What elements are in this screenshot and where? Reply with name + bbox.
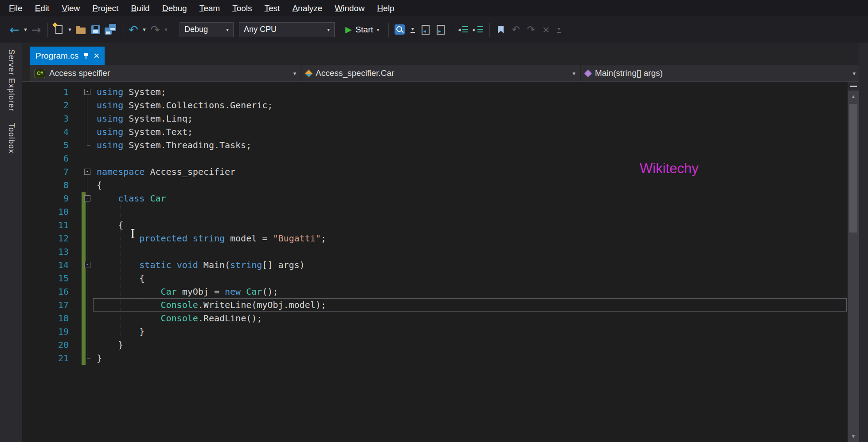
code-text: namespace Access_specifier <box>93 165 235 178</box>
fold-collapse-icon[interactable]: - <box>84 169 90 175</box>
undo-dropdown[interactable]: ▾ <box>141 21 148 38</box>
save-all-button[interactable] <box>103 21 118 38</box>
play-icon: ▶ <box>345 24 352 35</box>
code-line-11[interactable]: 11 { <box>22 218 848 232</box>
solution-configuration-combobox[interactable]: Debug ▾ <box>180 22 234 37</box>
line-number: 11 <box>22 218 69 232</box>
navigate-forward-button[interactable]: → <box>29 21 44 38</box>
code-line-18[interactable]: 18 Console.ReadLine(); <box>22 312 848 325</box>
code-line-19[interactable]: 19 } <box>22 325 848 338</box>
menu-item-analyze[interactable]: Analyze <box>286 0 328 16</box>
code-line-4[interactable]: 4using System.Text; <box>22 125 848 138</box>
increase-indent-button[interactable]: ▸ <box>471 21 486 38</box>
code-line-14[interactable]: 14- static void Main(string[] args) <box>22 258 848 272</box>
code-line-16[interactable]: 16 Car myObj = new Car(); <box>22 285 848 298</box>
menu-item-test[interactable]: Test <box>258 0 286 16</box>
toolbar-options-button[interactable]: ▾ <box>555 27 563 33</box>
watermark: Wikitechy <box>640 161 699 177</box>
menu-item-window[interactable]: Window <box>328 0 371 16</box>
toggle-bookmark-button[interactable] <box>493 21 508 38</box>
navigation-bar: C# Access specifier ▾ Access_specifier.C… <box>22 65 861 82</box>
code-line-13[interactable]: 13 <box>22 245 848 258</box>
menu-item-tools[interactable]: Tools <box>226 0 258 16</box>
code-line-20[interactable]: 20 } <box>22 338 848 351</box>
save-icon <box>91 25 100 34</box>
menu-item-build[interactable]: Build <box>125 0 156 16</box>
solution-platform-combobox[interactable]: Any CPU ▾ <box>239 22 335 37</box>
code-text: Car myObj = new Car(); <box>93 285 278 298</box>
open-file-button[interactable] <box>73 21 88 38</box>
code-line-12[interactable]: 12 protected string model = "Bugatti"; <box>22 232 848 245</box>
navigate-back-dropdown[interactable]: ▾ <box>22 21 29 38</box>
next-bookmark-icon: ↷ <box>527 25 535 35</box>
code-line-17[interactable]: 17 Console.WriteLine(myObj.model); <box>22 298 848 312</box>
start-label: Start <box>356 25 373 35</box>
close-icon[interactable]: × <box>94 51 99 60</box>
text-cursor-pointer: I <box>130 227 135 241</box>
side-tab-server-explorer[interactable]: Server Explorer <box>7 49 16 111</box>
vertical-scrollbar[interactable]: ▲ ▼ <box>848 82 859 442</box>
scroll-up-arrow[interactable]: ▲ <box>848 91 859 101</box>
fold-margin: - <box>82 165 93 178</box>
line-number: 2 <box>22 99 69 112</box>
menu-item-debug[interactable]: Debug <box>156 0 193 16</box>
code-text: using System.Text; <box>93 125 193 138</box>
fold-collapse-icon[interactable]: - <box>84 89 90 95</box>
code-line-2[interactable]: 2using System.Collections.Generic; <box>22 99 848 112</box>
start-debugging-button[interactable]: ▶ Start ▾ <box>340 22 385 38</box>
fold-margin <box>82 112 93 125</box>
redo-dropdown[interactable]: ▾ <box>163 21 169 38</box>
menu-item-edit[interactable]: Edit <box>29 0 56 16</box>
view-designer-button[interactable]: ▸ <box>433 21 448 38</box>
save-button[interactable] <box>88 21 103 38</box>
menu-item-project[interactable]: Project <box>86 0 125 16</box>
code-line-21[interactable]: 21} <box>22 351 848 365</box>
editor-splitter-handle[interactable] <box>848 82 859 91</box>
chevron-down-icon: ▾ <box>411 27 414 31</box>
code-editor[interactable]: Wikitechy I 1-using System;2using System… <box>22 82 848 442</box>
fold-margin: - <box>82 85 93 99</box>
scrollbar-thumb[interactable] <box>849 104 857 233</box>
navigate-to-code-button[interactable]: ◂ <box>418 21 433 38</box>
next-bookmark-button[interactable]: ↷ <box>524 21 539 38</box>
previous-bookmark-button[interactable]: ↶ <box>508 21 524 38</box>
menu-item-file[interactable]: File <box>3 0 29 16</box>
toolbar-overflow-button[interactable]: ▾ <box>409 27 416 33</box>
code-line-6[interactable]: 6 <box>22 152 848 165</box>
redo-button[interactable]: ↷ <box>148 21 163 38</box>
code-line-15[interactable]: 15 { <box>22 272 848 285</box>
clear-bookmarks-button[interactable]: × <box>539 21 554 38</box>
code-text: { <box>93 178 102 192</box>
new-project-dropdown[interactable]: ▾ <box>66 21 73 38</box>
navigate-back-button[interactable]: ← <box>7 21 22 38</box>
project-dropdown[interactable]: C# Access specifier ▾ <box>30 65 301 81</box>
menu-item-team[interactable]: Team <box>193 0 226 16</box>
menu-item-view[interactable]: View <box>55 0 86 16</box>
code-line-9[interactable]: 9- class Car <box>22 192 848 205</box>
fold-collapse-icon[interactable]: - <box>84 195 90 201</box>
line-number: 17 <box>22 298 69 312</box>
code-line-8[interactable]: 8{ <box>22 178 848 192</box>
code-line-1[interactable]: 1-using System; <box>22 85 848 99</box>
tab-program-cs[interactable]: Program.cs × <box>30 47 105 65</box>
fold-margin <box>82 232 93 245</box>
decrease-indent-button[interactable]: ◂ <box>456 21 471 38</box>
pin-icon[interactable] <box>83 52 89 59</box>
line-number: 19 <box>22 325 69 338</box>
member-dropdown[interactable]: Main(string[] args) ▾ <box>581 65 860 81</box>
new-project-button[interactable] <box>51 21 66 38</box>
code-line-3[interactable]: 3using System.Linq; <box>22 112 848 125</box>
undo-button[interactable]: ↶ <box>126 21 141 38</box>
scroll-down-arrow[interactable]: ▼ <box>848 431 859 441</box>
document-back-icon: ◂ <box>422 25 430 35</box>
side-tab-toolbox[interactable]: Toolbox <box>7 123 16 154</box>
chevron-down-icon: ▾ <box>377 27 379 33</box>
find-in-files-button[interactable] <box>392 21 407 38</box>
code-line-10[interactable]: 10 <box>22 205 848 218</box>
fold-margin <box>82 312 93 325</box>
menu-item-help[interactable]: Help <box>371 0 401 16</box>
fold-collapse-icon[interactable]: - <box>84 262 90 268</box>
type-dropdown[interactable]: Access_specifier.Car ▾ <box>301 65 580 81</box>
code-line-5[interactable]: 5using System.Threading.Tasks; <box>22 138 848 152</box>
code-line-7[interactable]: 7-namespace Access_specifier <box>22 165 848 178</box>
